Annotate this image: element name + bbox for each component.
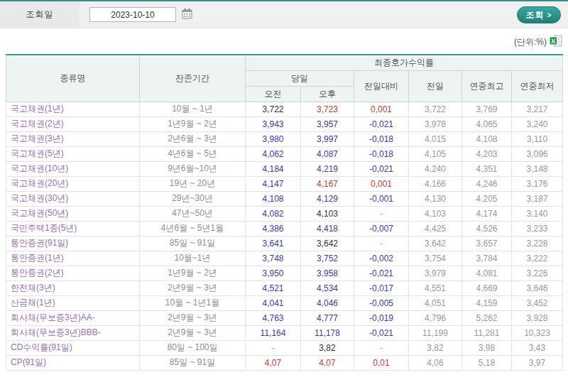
cell-year-high: 4,065 <box>462 116 512 131</box>
cell-prev-day: 4,06 <box>409 355 462 370</box>
cell-pm-yield: 3,957 <box>301 116 354 131</box>
cell-bond-name: 국고채권(10년) <box>6 161 140 176</box>
cell-change-vs-prev: - <box>354 206 409 221</box>
calendar-button[interactable] <box>182 8 192 21</box>
cell-prev-day: 4,130 <box>409 191 462 206</box>
cell-bond-name: 산금채(1년) <box>6 295 140 310</box>
table-row: 통안증권(91일) 85일 ~ 91일 3,641 3,642 - 3,642 … <box>6 236 563 251</box>
cell-prev-day: 3,978 <box>409 116 462 131</box>
cell-bond-name: 한전채(3년) <box>6 281 140 295</box>
cell-bond-name: 국고채권(20년) <box>6 176 140 191</box>
table-row: 국고채권(20년) 19년 ~ 20년 4,147 4,167 0,001 4,… <box>6 176 563 191</box>
cell-am-yield: 4,386 <box>246 221 301 236</box>
header-year-low: 연중최저 <box>512 70 563 102</box>
cell-am-yield: 3,950 <box>246 266 301 281</box>
cell-pm-yield: 3,723 <box>301 102 354 116</box>
cell-remaining-period: 1년9월 ~ 2년 <box>140 116 246 131</box>
cell-year-high: 4,205 <box>462 191 512 206</box>
cell-remaining-period: 4년6월 ~ 5년 <box>140 146 246 161</box>
cell-year-low: 10,323 <box>512 325 563 340</box>
cell-am-yield: 3,748 <box>246 251 301 266</box>
query-toolbar: 조회일 조회 > <box>0 1 568 28</box>
cell-remaining-period: 10월 ~ 1년1월 <box>140 295 246 310</box>
cell-am-yield: - <box>246 340 301 355</box>
cell-am-yield: 4,147 <box>246 176 301 191</box>
cell-pm-yield: 4,129 <box>301 191 354 206</box>
cell-year-low: 3,43 <box>512 340 563 355</box>
cell-change-vs-prev: -0,018 <box>354 131 409 146</box>
table-row: CP(91일) 85일 ~ 91일 4,07 4,07 0,01 4,06 5,… <box>6 355 563 370</box>
cell-remaining-period: 85일 ~ 91일 <box>140 355 246 370</box>
cell-change-vs-prev: -0,002 <box>354 251 409 266</box>
cell-am-yield: 4,108 <box>246 191 301 206</box>
header-type: 종류명 <box>6 55 140 102</box>
cell-bond-name: CD수익률(91일) <box>6 340 140 355</box>
table-row: 국고채권(50년) 47년~50년 4,082 4,103 - 4,103 4,… <box>6 206 563 221</box>
cell-year-low: 3,226 <box>512 266 563 281</box>
cell-year-high: 4,174 <box>462 206 512 221</box>
table-row: 국민주택1종(5년) 4년6월 ~ 5년1월 4,386 4,418 -0,00… <box>6 221 563 236</box>
cell-year-high: 4,108 <box>462 131 512 146</box>
cell-change-vs-prev: -0,021 <box>354 325 409 340</box>
cell-year-low: 3,096 <box>512 146 563 161</box>
cell-year-low: 3,228 <box>512 236 563 251</box>
cell-bond-name: 국고채권(2년) <box>6 116 140 131</box>
cell-prev-day: 4,551 <box>409 281 462 295</box>
cell-pm-yield: 11,178 <box>301 325 354 340</box>
cell-year-high: 3,784 <box>462 251 512 266</box>
cell-am-yield: 3,980 <box>246 131 301 146</box>
cell-remaining-period: 10월~1년 <box>140 251 246 266</box>
cell-remaining-period: 85일 ~ 91일 <box>140 236 246 251</box>
table-row: 국고채권(30년) 29년~30년 4,108 4,129 -0,001 4,1… <box>6 191 563 206</box>
cell-year-low: 3,928 <box>512 310 563 325</box>
cell-change-vs-prev: -0,019 <box>354 310 409 325</box>
cell-pm-yield: 4,777 <box>301 310 354 325</box>
cell-year-high: 3,98 <box>462 340 512 355</box>
cell-bond-name: 국민주택1종(5년) <box>6 221 140 236</box>
cell-year-low: 3,148 <box>512 161 563 176</box>
header-am: 오전 <box>246 86 301 102</box>
cell-year-low: 3,176 <box>512 176 563 191</box>
cell-remaining-period: 47년~50년 <box>140 206 246 221</box>
excel-icon: X <box>550 35 562 49</box>
cell-remaining-period: 29년~30년 <box>140 191 246 206</box>
header-today-group: 당일 <box>246 70 354 86</box>
cell-year-low: 3,110 <box>512 131 563 146</box>
cell-pm-yield: 3,752 <box>301 251 354 266</box>
cell-am-yield: 3,943 <box>246 116 301 131</box>
search-button-label: 조회 <box>526 9 545 21</box>
cell-year-high: 4,669 <box>462 281 512 295</box>
table-row: 국고채권(1년) 10월 ~ 1년 3,722 3,723 0,001 3,72… <box>6 102 563 116</box>
cell-remaining-period: 2년6월 ~ 3년 <box>140 131 246 146</box>
bond-yield-table-wrap: 종류명 잔존기간 최종호가수익률 당일 전일대비 전일 연중최고 연중최저 오전… <box>6 54 562 371</box>
calendar-icon <box>182 8 192 21</box>
cell-remaining-period: 4년6월 ~ 5년1월 <box>140 221 246 236</box>
cell-bond-name: 통안증권(1년) <box>6 251 140 266</box>
header-year-high: 연중최고 <box>462 70 512 102</box>
cell-prev-day: 4,796 <box>409 310 462 325</box>
cell-prev-day: 4,105 <box>409 146 462 161</box>
cell-pm-yield: 3,642 <box>301 236 354 251</box>
cell-pm-yield: 4,087 <box>301 146 354 161</box>
table-row: CD수익률(91일) 80일 ~ 100일 - 3,82 - 3,82 3,98… <box>6 340 563 355</box>
header-period: 잔존기간 <box>140 55 246 102</box>
cell-year-low: 3,646 <box>512 281 563 295</box>
search-button[interactable]: 조회 > <box>517 6 561 23</box>
cell-pm-yield: 4,103 <box>301 206 354 221</box>
table-row: 국고채권(10년) 9년6월~10년 4,184 4,219 -0,021 4,… <box>6 161 563 176</box>
cell-am-yield: 11,164 <box>246 325 301 340</box>
cell-prev-day: 4,051 <box>409 295 462 310</box>
cell-year-low: 3,217 <box>512 102 563 116</box>
date-input[interactable] <box>89 7 176 22</box>
chevron-right-icon: > <box>547 11 552 19</box>
excel-export-button[interactable]: X <box>550 35 562 49</box>
cell-prev-day: 4,103 <box>409 206 462 221</box>
cell-remaining-period: 2년9월 ~ 3년 <box>140 281 246 295</box>
cell-bond-name: CP(91일) <box>6 355 140 370</box>
cell-pm-yield: 4,219 <box>301 161 354 176</box>
cell-pm-yield: 4,07 <box>301 355 354 370</box>
cell-remaining-period: 10월 ~ 1년 <box>140 102 246 116</box>
svg-text:X: X <box>551 38 555 45</box>
cell-year-low: 3,233 <box>512 221 563 236</box>
cell-change-vs-prev: 0,001 <box>354 176 409 191</box>
